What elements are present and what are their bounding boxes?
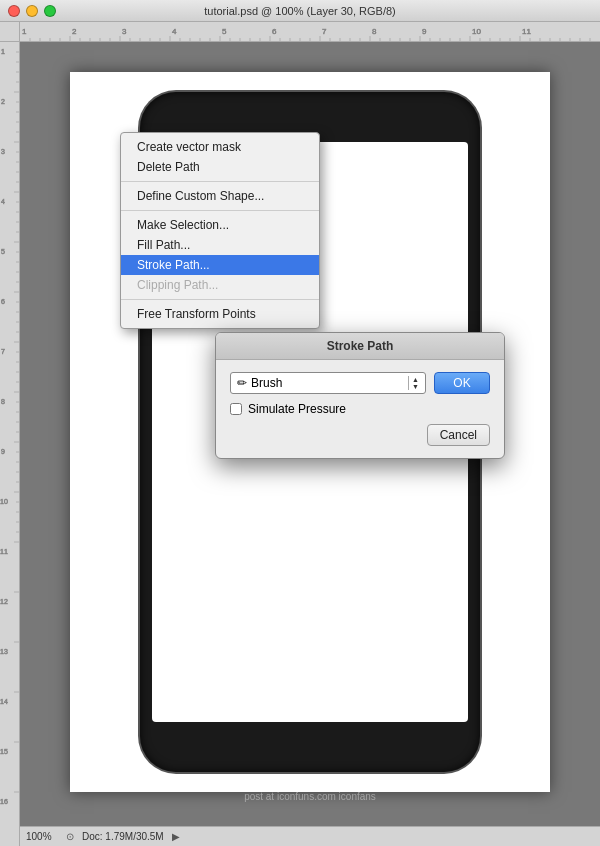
svg-text:11: 11 [522, 27, 531, 36]
svg-text:1: 1 [22, 27, 27, 36]
menu-item-make-selection[interactable]: Make Selection... [121, 215, 319, 235]
menu-item-create-vector-mask[interactable]: Create vector mask [121, 137, 319, 157]
ruler-top: 1 2 3 4 5 6 7 8 9 10 11 [20, 22, 600, 42]
svg-text:5: 5 [1, 248, 5, 255]
svg-text:10: 10 [472, 27, 481, 36]
minimize-button[interactable] [26, 5, 38, 17]
window-title: tutorial.psd @ 100% (Layer 30, RGB/8) [204, 5, 396, 17]
svg-text:1: 1 [1, 48, 5, 55]
dialog-buttons: Cancel [230, 424, 490, 446]
zoom-level: 100% [26, 831, 58, 842]
svg-text:14: 14 [0, 698, 8, 705]
close-button[interactable] [8, 5, 20, 17]
svg-text:13: 13 [0, 648, 8, 655]
svg-text:15: 15 [0, 748, 8, 755]
svg-text:4: 4 [1, 198, 5, 205]
ruler-left: 1 [0, 42, 20, 846]
svg-text:4: 4 [172, 27, 177, 36]
arrow-down-icon: ▼ [412, 383, 419, 390]
svg-text:6: 6 [1, 298, 5, 305]
svg-text:6: 6 [272, 27, 277, 36]
arrow-up-icon: ▲ [412, 376, 419, 383]
dialog-body: ✏ Brush ▲ ▼ OK Simulate Pressure Cancel [216, 360, 504, 458]
svg-text:2: 2 [72, 27, 77, 36]
ok-button[interactable]: OK [434, 372, 490, 394]
menu-separator-1 [121, 181, 319, 182]
ruler-top-svg: 1 2 3 4 5 6 7 8 9 10 11 [20, 22, 600, 41]
svg-text:7: 7 [1, 348, 5, 355]
svg-text:9: 9 [1, 448, 5, 455]
menu-item-fill-path[interactable]: Fill Path... [121, 235, 319, 255]
menu-item-delete-path[interactable]: Delete Path [121, 157, 319, 177]
svg-text:12: 12 [0, 598, 8, 605]
simulate-pressure-checkbox[interactable] [230, 403, 242, 415]
cancel-button[interactable]: Cancel [427, 424, 490, 446]
svg-text:3: 3 [1, 148, 5, 155]
context-menu: Create vector mask Delete Path Define Cu… [120, 132, 320, 329]
stroke-path-dialog: Stroke Path ✏ Brush ▲ ▼ OK Simulate [215, 332, 505, 459]
svg-text:16: 16 [0, 798, 8, 805]
svg-text:3: 3 [122, 27, 127, 36]
svg-text:5: 5 [222, 27, 227, 36]
menu-item-free-transform[interactable]: Free Transform Points [121, 304, 319, 324]
menu-item-stroke-path[interactable]: Stroke Path... [121, 255, 319, 275]
simulate-pressure-label: Simulate Pressure [248, 402, 346, 416]
watermark: post at iconfuns.com iconfans [20, 791, 600, 802]
tool-select-wrapper[interactable]: ✏ Brush ▲ ▼ [230, 372, 426, 394]
select-arrows: ▲ ▼ [408, 376, 419, 390]
status-icon: ⊙ [66, 831, 74, 842]
canvas-area: Create vector mask Delete Path Define Cu… [20, 42, 600, 826]
status-bar: 100% ⊙ Doc: 1.79M/30.5M ▶ [20, 826, 600, 846]
window-controls [8, 5, 56, 17]
dialog-title: Stroke Path [216, 333, 504, 360]
brush-icon: ✏ [237, 376, 247, 390]
main-window: 1 2 3 4 5 6 7 8 9 10 11 [0, 22, 600, 846]
simulate-pressure-row: Simulate Pressure [230, 402, 490, 416]
svg-text:8: 8 [1, 398, 5, 405]
menu-item-clipping-path: Clipping Path... [121, 275, 319, 295]
svg-text:7: 7 [322, 27, 327, 36]
svg-text:10: 10 [0, 498, 8, 505]
svg-text:2: 2 [1, 98, 5, 105]
menu-separator-2 [121, 210, 319, 211]
maximize-button[interactable] [44, 5, 56, 17]
tool-select-label: Brush [251, 376, 405, 390]
title-bar: tutorial.psd @ 100% (Layer 30, RGB/8) [0, 0, 600, 22]
doc-size: Doc: 1.79M/30.5M [82, 831, 164, 842]
menu-item-define-custom-shape[interactable]: Define Custom Shape... [121, 186, 319, 206]
menu-separator-3 [121, 299, 319, 300]
ruler-corner [0, 22, 20, 42]
svg-text:9: 9 [422, 27, 427, 36]
svg-text:11: 11 [0, 548, 8, 555]
dialog-tool-row: ✏ Brush ▲ ▼ OK [230, 372, 490, 394]
status-arrow-icon: ▶ [172, 831, 180, 842]
ruler-left-svg: 1 [0, 42, 19, 846]
svg-text:8: 8 [372, 27, 377, 36]
